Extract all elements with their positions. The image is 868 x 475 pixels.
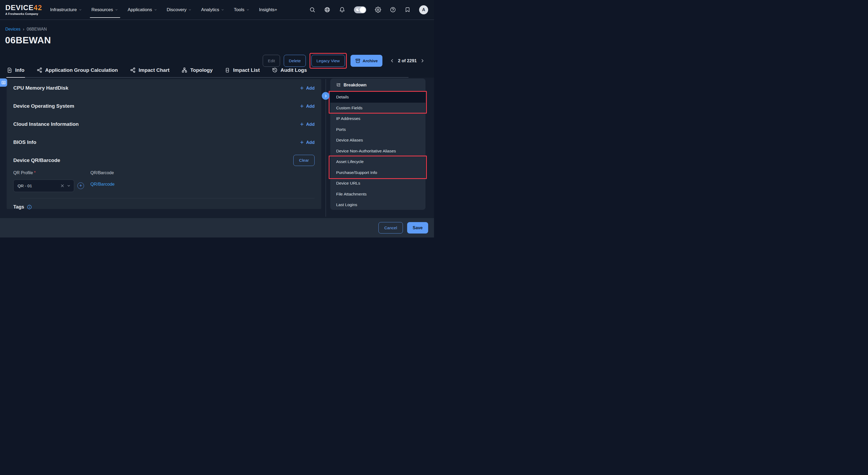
sidebar-item-purchase-support-info[interactable]: Purchase/Support Info: [330, 167, 426, 178]
record-pager: 2 of 2291: [390, 58, 425, 63]
list-panel-icon: [1, 80, 6, 85]
sidebar-item-device-non-authoritative-aliases[interactable]: Device Non-Authoritative Aliases: [330, 146, 426, 157]
device42-logo[interactable]: DEVICE 42 A Freshworks Company: [5, 4, 42, 15]
qr-barcode-label: QR/Barcode: [90, 170, 115, 175]
sidebar-item-file-attachments[interactable]: File Attachments: [330, 189, 426, 200]
plus-icon: +: [300, 85, 303, 91]
settings-gear-icon[interactable]: [375, 7, 381, 13]
chevron-down-icon: [115, 8, 118, 11]
section-title: Device QR/Barcode: [13, 157, 60, 163]
sidebar-item-details[interactable]: Details: [330, 92, 426, 103]
breadcrumb-devices-link[interactable]: Devices: [5, 27, 21, 32]
qr-profile-select[interactable]: QR - 01: [13, 180, 74, 192]
save-button[interactable]: Save: [407, 222, 428, 233]
tab-bar: Info Application Group Calculation Impac…: [6, 67, 408, 78]
main-nav: Infrastructure Resources Applications Di…: [50, 0, 277, 20]
delete-button[interactable]: Delete: [284, 55, 306, 67]
plus-icon: +: [300, 139, 303, 146]
sitemap-icon: [182, 67, 187, 73]
breakdown-tree-icon: [336, 83, 341, 88]
tab-audit-logs[interactable]: Audit Logs: [272, 67, 307, 78]
breadcrumb-separator: ›: [23, 27, 24, 32]
add-bios-info-button[interactable]: + Add: [300, 139, 315, 146]
breakdown-sidebar: Breakdown Details Custom Fields IP Addre…: [330, 78, 426, 210]
footer-bar: Cancel Save: [0, 218, 434, 238]
sidebar-item-last-logins[interactable]: Last Logins: [330, 199, 426, 210]
sidebar-item-ports[interactable]: Ports: [330, 124, 426, 135]
nav-item-analytics[interactable]: Analytics: [201, 0, 224, 20]
chevron-down-icon: [246, 8, 249, 11]
section-title: BIOS Info: [13, 139, 36, 145]
tab-info[interactable]: Info: [6, 67, 25, 78]
toggle-knob: [360, 7, 366, 13]
info-icon[interactable]: [27, 204, 32, 210]
section-device-operating-system: Device Operating System + Add: [13, 97, 315, 115]
section-cpu-memory-harddisk: CPU Memory HardDisk + Add: [13, 79, 315, 97]
logo-text: DEVICE: [5, 4, 34, 11]
clear-qr-button[interactable]: Clear: [293, 155, 315, 166]
sidebar-item-custom-fields[interactable]: Custom Fields: [330, 103, 426, 114]
collapse-sidebar-button[interactable]: [322, 92, 330, 100]
clear-selection-icon[interactable]: [60, 184, 64, 188]
chevron-down-icon[interactable]: [67, 184, 71, 188]
globe-icon[interactable]: [324, 7, 330, 13]
nav-item-applications[interactable]: Applications: [128, 0, 157, 20]
chevron-down-icon: [188, 8, 191, 11]
nav-item-insights[interactable]: Insights+: [259, 0, 277, 20]
cancel-button[interactable]: Cancel: [378, 222, 403, 233]
help-icon[interactable]: [390, 7, 396, 13]
section-title: Cloud Instance Information: [13, 121, 79, 127]
tab-application-group-calculation[interactable]: Application Group Calculation: [36, 67, 118, 78]
tags-section: Tags: [13, 198, 315, 210]
tab-impact-list[interactable]: Impact List: [224, 67, 260, 78]
chevron-down-icon: [79, 8, 82, 11]
section-bios-info: BIOS Info + Add: [13, 133, 315, 151]
nav-item-resources[interactable]: Resources: [91, 0, 118, 20]
sidebar-item-device-urls[interactable]: Device URLs: [330, 178, 426, 189]
next-record-icon[interactable]: [420, 59, 425, 63]
dark-mode-toggle[interactable]: [354, 6, 366, 13]
sidebar-item-device-aliases[interactable]: Device Aliases: [330, 135, 426, 146]
pager-position: 2 of 2291: [398, 58, 417, 63]
required-marker: *: [34, 170, 36, 175]
chevron-down-icon: [221, 8, 224, 11]
sidebar-item-asset-lifecycle[interactable]: Asset Lifecycle: [330, 156, 426, 167]
legacy-view-annotation-box: Legacy View: [310, 53, 347, 69]
action-buttons: Edit Delete Legacy View Archive 2 of 229…: [263, 53, 425, 69]
expand-list-button[interactable]: [0, 78, 7, 87]
add-cloud-instance-button[interactable]: + Add: [300, 121, 315, 127]
nav-item-tools[interactable]: Tools: [234, 0, 249, 20]
share-network-icon: [37, 67, 42, 73]
notifications-bell-icon[interactable]: [339, 7, 345, 13]
history-icon: [272, 67, 278, 73]
tab-topology[interactable]: Topology: [181, 67, 213, 78]
nav-item-discovery[interactable]: Discovery: [167, 0, 192, 20]
legacy-view-button[interactable]: Legacy View: [311, 55, 345, 67]
add-qr-profile-button[interactable]: +: [78, 183, 84, 189]
previous-record-icon[interactable]: [390, 59, 394, 63]
logo-tagline: A Freshworks Company: [5, 12, 42, 15]
add-device-operating-system-button[interactable]: + Add: [300, 103, 315, 109]
bookmark-icon[interactable]: [405, 7, 410, 12]
plus-icon: +: [300, 121, 303, 127]
document-icon: [7, 68, 12, 73]
breakdown-title: Breakdown: [344, 83, 367, 88]
qr-barcode-link[interactable]: QR/Barcode: [90, 182, 115, 187]
content-area: CPU Memory HardDisk + Add Device Operati…: [0, 78, 434, 218]
qr-profile-label: QR Profile*: [13, 170, 90, 175]
add-cpu-memory-harddisk-button[interactable]: + Add: [300, 85, 315, 91]
sidebar-item-ip-addresses[interactable]: IP Addresses: [330, 113, 426, 124]
breadcrumb: Devices › 06BEWAN: [5, 27, 47, 32]
qr-fields-row: QR Profile* QR - 01 + QR/Barcode QR/Barc…: [13, 170, 315, 192]
edit-button[interactable]: Edit: [263, 55, 280, 67]
archive-button[interactable]: Archive: [350, 55, 383, 67]
nav-item-infrastructure[interactable]: Infrastructure: [50, 0, 82, 20]
search-icon[interactable]: [309, 7, 315, 13]
section-cloud-instance-information: Cloud Instance Information + Add: [13, 115, 315, 133]
list-card-icon: [225, 68, 230, 73]
user-avatar[interactable]: A: [419, 5, 428, 14]
section-device-qr-barcode: Device QR/Barcode Clear: [13, 151, 315, 169]
tags-label: Tags: [13, 204, 24, 210]
archive-icon: [355, 58, 360, 63]
tab-impact-chart[interactable]: Impact Chart: [129, 67, 170, 78]
